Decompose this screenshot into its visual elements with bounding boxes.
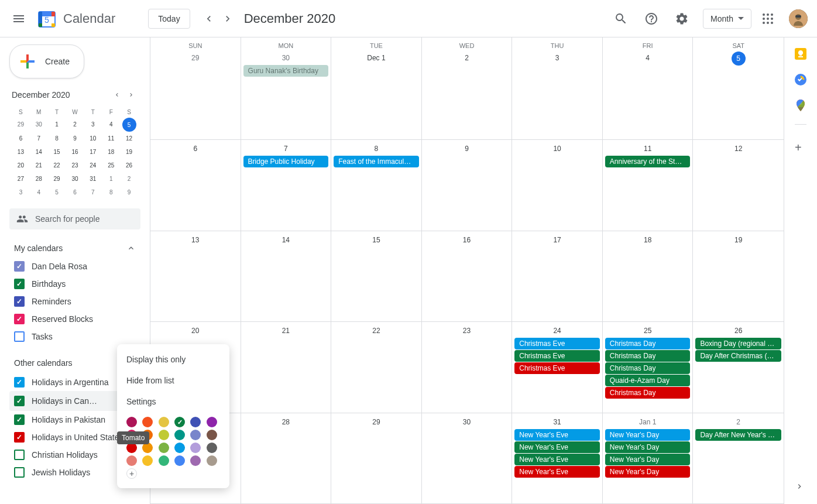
cell-date[interactable]: 26 xyxy=(693,324,784,337)
mini-day-cell[interactable]: 14 xyxy=(30,145,48,159)
mini-cal-title[interactable]: December 2020 xyxy=(12,90,70,100)
mini-day-cell[interactable]: 9 xyxy=(66,132,84,145)
keep-icon[interactable] xyxy=(794,47,808,61)
grid-cell[interactable]: 6 xyxy=(150,140,241,230)
grid-cell[interactable]: 30 xyxy=(422,413,513,503)
cell-date[interactable]: 22 xyxy=(331,324,421,337)
calendar-event[interactable]: New Year's Eve xyxy=(514,441,600,453)
mini-day-cell[interactable]: 29 xyxy=(12,118,30,132)
cell-date[interactable]: 6 xyxy=(150,142,241,155)
grid-cell[interactable]: 24Christmas EveChristmas EveChristmas Ev… xyxy=(512,322,603,412)
color-swatch[interactable] xyxy=(159,443,169,453)
mini-day-cell[interactable]: 30 xyxy=(30,118,48,132)
grid-cell[interactable]: 9 xyxy=(422,140,513,230)
cell-date[interactable]: 16 xyxy=(422,234,512,246)
grid-cell[interactable]: 21 xyxy=(241,322,332,412)
color-swatch[interactable] xyxy=(142,417,153,427)
grid-cell[interactable]: 31New Year's EveNew Year's EveNew Year's… xyxy=(512,413,603,503)
grid-cell[interactable]: 15 xyxy=(331,231,422,321)
color-swatch[interactable] xyxy=(174,430,185,440)
mini-day-cell[interactable]: 5 xyxy=(48,186,66,199)
mini-day-cell[interactable]: 20 xyxy=(12,159,30,172)
color-swatch[interactable] xyxy=(159,430,169,440)
cell-date[interactable]: 30 xyxy=(241,52,331,64)
mini-day-cell[interactable]: 3 xyxy=(12,186,30,199)
mini-day-cell[interactable]: 2 xyxy=(66,118,84,132)
calendar-event[interactable]: Anniversary of the Statute of Westminste… xyxy=(605,156,691,167)
grid-cell[interactable]: 14 xyxy=(241,231,332,321)
mini-day-cell[interactable]: 27 xyxy=(12,172,30,186)
grid-cell[interactable]: 28 xyxy=(241,413,332,503)
color-swatch[interactable] xyxy=(159,417,169,427)
calendar-item[interactable]: Reserved Blocks xyxy=(9,310,140,328)
grid-cell[interactable]: 11Anniversary of the Statute of Westmins… xyxy=(603,140,694,230)
calendar-event[interactable]: New Year's Day xyxy=(605,466,691,478)
collapse-side-panel-button[interactable] xyxy=(789,476,810,497)
mini-day-cell[interactable]: 17 xyxy=(84,145,102,159)
view-selector[interactable]: Month xyxy=(703,9,751,29)
mini-day-cell[interactable]: 13 xyxy=(12,145,30,159)
calendar-event[interactable]: New Year's Day xyxy=(605,454,691,465)
mini-day-cell[interactable]: 16 xyxy=(66,145,84,159)
mini-day-cell[interactable]: 11 xyxy=(102,132,120,145)
mini-day-cell[interactable]: 28 xyxy=(30,172,48,186)
add-color-button[interactable]: + xyxy=(126,468,137,479)
color-swatch[interactable] xyxy=(207,443,217,453)
calendar-event[interactable]: Feast of the Immaculate Conception xyxy=(334,156,419,167)
current-date-label[interactable]: December 2020 xyxy=(244,11,336,26)
calendar-checkbox[interactable] xyxy=(14,414,25,425)
calendar-event[interactable]: New Year's Eve xyxy=(514,466,600,478)
calendar-event[interactable]: Christmas Eve xyxy=(514,362,600,374)
color-swatch[interactable] xyxy=(126,417,137,427)
cell-date[interactable]: Dec 1 xyxy=(331,52,421,64)
grid-cell[interactable]: 7Bridge Public Holiday xyxy=(241,140,332,230)
prev-month-button[interactable] xyxy=(200,9,218,28)
cell-date[interactable]: 29 xyxy=(150,52,241,64)
today-button[interactable]: Today xyxy=(148,9,190,29)
cell-date[interactable]: 2 xyxy=(693,416,784,428)
search-people-input[interactable]: Search for people xyxy=(9,208,140,229)
calendar-item[interactable]: Tasks xyxy=(9,328,140,345)
cell-date[interactable]: 29 xyxy=(331,416,421,428)
cell-date[interactable]: 12 xyxy=(693,142,784,155)
app-logo[interactable]: 5 Calendar xyxy=(35,7,115,30)
color-swatch[interactable] xyxy=(159,455,169,466)
grid-cell[interactable]: Dec 1 xyxy=(331,49,422,139)
cell-date[interactable]: 5 xyxy=(732,52,746,66)
my-calendars-toggle[interactable]: My calendars xyxy=(9,239,140,258)
mini-day-cell[interactable]: 3 xyxy=(84,118,102,132)
mini-next-button[interactable] xyxy=(124,88,138,102)
calendar-event[interactable]: Day After Christmas (Christmas Holiday) xyxy=(695,350,781,362)
mini-day-cell[interactable]: 5 xyxy=(122,118,136,132)
cell-date[interactable]: 2 xyxy=(422,52,512,64)
search-button[interactable] xyxy=(607,5,635,33)
calendar-event[interactable]: Christmas Day xyxy=(605,338,691,349)
color-swatch[interactable] xyxy=(174,455,185,466)
calendar-event[interactable]: Quaid-e-Azam Day xyxy=(605,375,691,386)
calendar-event[interactable]: New Year's Eve xyxy=(514,454,600,465)
cell-date[interactable]: 28 xyxy=(241,416,331,428)
grid-cell[interactable]: 23 xyxy=(422,322,513,412)
calendar-event[interactable]: New Year's Day xyxy=(605,429,691,441)
settings-button[interactable] xyxy=(668,5,696,33)
grid-cell[interactable]: Jan 1New Year's DayNew Year's DayNew Yea… xyxy=(603,413,694,503)
calendar-item[interactable]: Dan Dela Rosa xyxy=(9,258,140,275)
grid-cell[interactable]: 13 xyxy=(150,231,241,321)
calendar-checkbox[interactable] xyxy=(14,467,25,478)
calendar-event[interactable]: Boxing Day (regional holiday) xyxy=(695,338,781,349)
cell-date[interactable]: Jan 1 xyxy=(603,416,693,428)
color-swatch[interactable] xyxy=(126,455,137,466)
cell-date[interactable]: 14 xyxy=(241,234,331,246)
panel-add-button[interactable]: + xyxy=(795,141,806,153)
cell-date[interactable]: 7 xyxy=(241,142,331,155)
mini-day-cell[interactable]: 7 xyxy=(84,186,102,199)
cell-date[interactable]: 23 xyxy=(422,324,512,337)
calendar-checkbox[interactable] xyxy=(14,279,25,289)
grid-cell[interactable]: 8Feast of the Immaculate Conception xyxy=(331,140,422,230)
cell-date[interactable]: 8 xyxy=(331,142,421,155)
cell-date[interactable]: 21 xyxy=(241,324,331,337)
grid-cell[interactable]: 5 xyxy=(693,49,784,139)
mini-day-cell[interactable]: 29 xyxy=(48,172,66,186)
mini-day-cell[interactable]: 4 xyxy=(102,118,120,132)
help-button[interactable] xyxy=(637,5,665,33)
